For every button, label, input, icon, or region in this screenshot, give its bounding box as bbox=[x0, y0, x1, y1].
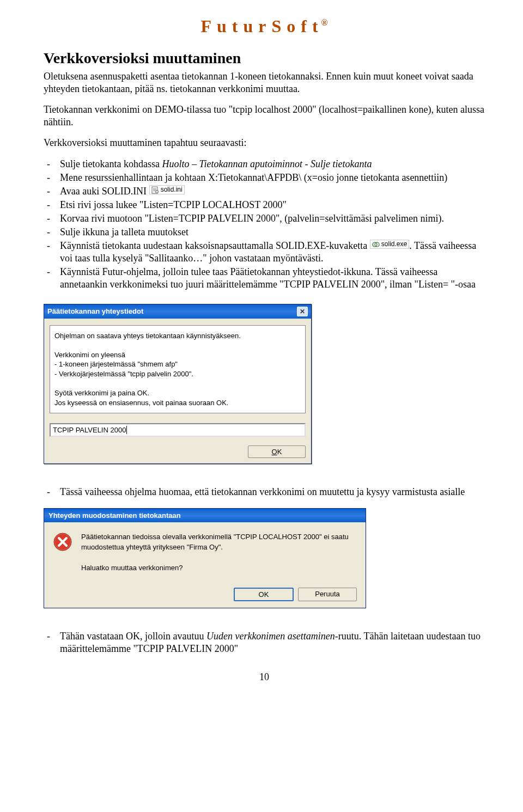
text-caret bbox=[126, 426, 129, 434]
after-dialog1-list: Tässä vaiheessa ohjelma huomaa, että tie… bbox=[44, 486, 485, 498]
dialog1-line3: - 1-koneen järjestelmässä "shmem afp" bbox=[54, 359, 301, 369]
after-dialog2-list: Tähän vastataan OK, jolloin avautuu Uude… bbox=[44, 630, 485, 655]
ok-button[interactable]: OK bbox=[248, 445, 306, 458]
after-d1-text: Tässä vaiheessa ohjelma huomaa, että tie… bbox=[44, 486, 485, 498]
ok-mnemonic: O bbox=[272, 448, 277, 456]
step-8: Käynnistä Futur-ohjelma, jolloin tulee t… bbox=[44, 266, 485, 291]
dialog1-line2: Verkkonimi on yleensä bbox=[54, 350, 301, 360]
step-1-text: Sulje tietokanta kohdassa bbox=[60, 158, 162, 169]
solid-exe-label: solid.exe bbox=[381, 240, 407, 248]
dialog1-line6: Jos kyseessä on ensiasennus, voit painaa… bbox=[54, 398, 301, 408]
solid-ini-label: solid.ini bbox=[161, 186, 183, 194]
step-7-text-a: Käynnistä tietokanta uudestaan kaksoisna… bbox=[60, 240, 370, 251]
ok-rest: K bbox=[277, 448, 282, 456]
intro-paragraph-3: Verkkoversioksi muuttaminen tapahtuu seu… bbox=[44, 137, 485, 149]
dialog1-titlebar: Päätietokannan yhteystiedot ✕ bbox=[44, 304, 311, 319]
dialog1-message-panel: Ohjelman on saatava yhteys tietokantaan … bbox=[50, 325, 306, 413]
ok-button[interactable]: OK bbox=[234, 588, 294, 601]
step-3: Avaa auki SOLID.INI solid.ini bbox=[44, 185, 485, 198]
brand-trademark: ® bbox=[321, 18, 328, 27]
error-icon bbox=[53, 532, 72, 552]
after-d2-text: Tähän vastataan OK, jolloin avautuu Uude… bbox=[44, 630, 485, 655]
dialog1-line4: - Verkkojärjestelmässä "tcpip palvelin 2… bbox=[54, 369, 301, 379]
step-1-emph: Huolto – Tietokannan aputoiminnot - Sulj… bbox=[162, 158, 372, 169]
step-1: Sulje tietokanta kohdassa Huolto – Tieto… bbox=[44, 158, 485, 170]
intro-paragraph-1: Oletuksena asennuspaketti asentaa tietok… bbox=[44, 70, 485, 95]
after-d2-emph: Uuden verkkonimen asettaminen bbox=[206, 631, 335, 642]
svg-rect-3 bbox=[153, 191, 155, 191]
brand-header: FuturSoft® bbox=[44, 16, 485, 36]
step-3-text: Avaa auki SOLID.INI bbox=[60, 186, 147, 197]
exe-file-icon bbox=[372, 241, 380, 248]
solid-exe-file-icon: solid.exe bbox=[370, 240, 409, 249]
svg-rect-6 bbox=[156, 191, 158, 192]
cancel-button[interactable]: Peruuta bbox=[298, 588, 357, 601]
step-2: Mene resurssienhallintaan ja kohtaan X:T… bbox=[44, 172, 485, 184]
brand-text: FuturSoft bbox=[200, 16, 323, 36]
step-7: Käynnistä tietokanta uudestaan kaksoisna… bbox=[44, 240, 485, 265]
dialog1-line5: Syötä verkkonimi ja paina OK. bbox=[54, 388, 301, 398]
dialog-connection-info: Päätietokannan yhteystiedot ✕ Ohjelman o… bbox=[44, 304, 312, 464]
steps-list: Sulje tietokanta kohdassa Huolto – Tieto… bbox=[44, 158, 485, 291]
page-number: 10 bbox=[44, 671, 485, 683]
dialog1-line1: Ohjelman on saatava yhteys tietokantaan … bbox=[54, 331, 301, 341]
ini-file-icon bbox=[151, 186, 159, 194]
dialog2-message: Päätietokannan tiedoissa olevalla verkko… bbox=[81, 532, 357, 573]
step-6: Sulje ikkuna ja talleta muutokset bbox=[44, 226, 485, 239]
close-icon[interactable]: ✕ bbox=[297, 307, 308, 316]
svg-rect-2 bbox=[153, 190, 156, 190]
after-d2-a: Tähän vastataan OK, jolloin avautuu bbox=[60, 631, 206, 642]
dialog2-msg2: Haluatko muuttaa verkkonimen? bbox=[81, 563, 357, 573]
input-value: TCPIP PALVELIN 2000 bbox=[53, 426, 126, 434]
dialog2-msg1: Päätietokannan tiedoissa olevalla verkko… bbox=[81, 532, 357, 553]
solid-ini-file-icon: solid.ini bbox=[149, 185, 185, 194]
dialog2-titlebar: Yhteyden muodostaminen tietokantaan bbox=[44, 509, 366, 522]
page-title: Verkkoversioksi muuttaminen bbox=[44, 50, 485, 67]
intro-paragraph-2: Tietokannan verkkonimi on DEMO-tilassa t… bbox=[44, 103, 485, 128]
dialog-connection-error: Yhteyden muodostaminen tietokantaan Päät… bbox=[44, 508, 366, 608]
dialog2-title: Yhteyden muodostaminen tietokantaan bbox=[48, 511, 181, 520]
dialog1-title: Päätietokannan yhteystiedot bbox=[47, 307, 143, 315]
network-name-input[interactable]: TCPIP PALVELIN 2000 bbox=[50, 423, 306, 437]
step-5: Korvaa rivi muotoon "Listen=TCPIP PALVEL… bbox=[44, 212, 485, 225]
step-4: Etsi rivi jossa lukee "Listen=TCPIP LOCA… bbox=[44, 199, 485, 211]
svg-rect-1 bbox=[153, 188, 156, 189]
